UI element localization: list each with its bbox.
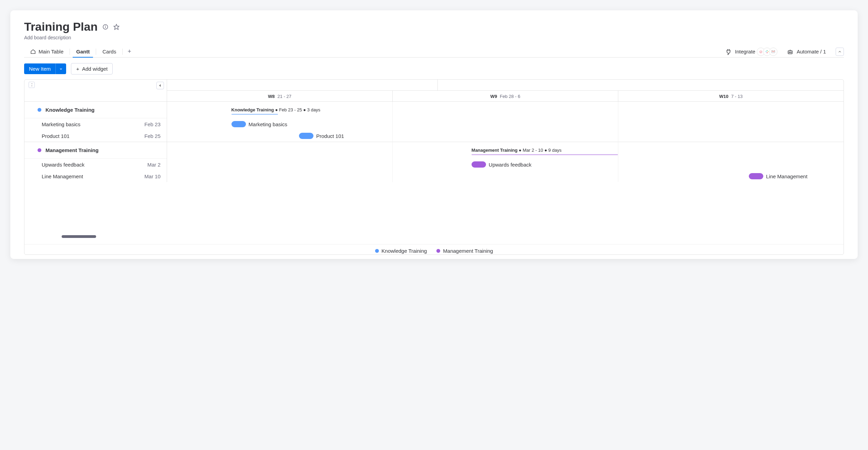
plus-icon: + (76, 66, 79, 72)
gantt-task-bar[interactable]: Upwards feedback (472, 161, 531, 168)
add-view-button[interactable]: + (123, 48, 136, 55)
task-row[interactable]: Product 101 Feb 25 (24, 130, 167, 142)
tab-gantt[interactable]: Gantt (70, 46, 96, 57)
group-header[interactable]: Knowledge Training (24, 102, 167, 118)
gantt-header: ⌄⌄ W8 21 - 27 W9 F (24, 80, 844, 102)
tab-gantt-label: Gantt (76, 49, 90, 54)
tab-cards-label: Cards (102, 49, 116, 54)
star-icon[interactable] (113, 24, 120, 30)
toolbar: New Item + Add widget (24, 63, 844, 74)
integrate-button[interactable]: Integrate ☺ (725, 48, 777, 56)
gantt-body: Knowledge Training Marketing basics Feb … (24, 102, 844, 182)
svg-rect-6 (768, 51, 768, 52)
legend-color-dot (375, 249, 379, 253)
group-summary-bar[interactable]: Knowledge Training ● Feb 23 - 25 ● 3 day… (231, 107, 320, 113)
task-date: Mar 2 (147, 162, 161, 168)
task-name: Upwards feedback (42, 162, 84, 168)
integrate-label: Integrate (735, 49, 755, 54)
timeline-week-header[interactable]: W10 7 - 13 (618, 91, 844, 102)
gantt-task-bar[interactable]: Line Management (749, 173, 807, 180)
view-tabs: Main Table Gantt Cards + Integrate (24, 46, 844, 58)
info-icon[interactable] (102, 24, 108, 30)
tab-main-table-label: Main Table (39, 49, 63, 54)
svg-point-11 (790, 52, 791, 52)
timeline-body[interactable]: Knowledge Training ● Feb 23 - 25 ● 3 day… (167, 102, 844, 182)
gmail-icon (769, 48, 777, 56)
expand-collapse-all-button[interactable]: ⌄⌄ (29, 82, 35, 88)
side-panel-header: ⌄⌄ (24, 80, 167, 101)
group-color-dot (38, 108, 41, 112)
svg-point-1 (105, 26, 106, 26)
task-name: Marketing basics (42, 121, 81, 127)
integration-icons: ☺ (759, 48, 777, 56)
new-item-button[interactable]: New Item (24, 63, 66, 74)
svg-point-10 (789, 52, 790, 52)
board-title[interactable]: Training Plan (24, 20, 97, 33)
svg-rect-4 (766, 51, 766, 52)
svg-rect-9 (788, 51, 792, 54)
task-date: Mar 10 (144, 173, 161, 179)
side-panel: Knowledge Training Marketing basics Feb … (24, 102, 167, 182)
gantt-legend: Knowledge Training Management Training (24, 244, 844, 254)
add-widget-button[interactable]: + Add widget (71, 63, 113, 74)
title-row: Training Plan (24, 20, 844, 33)
horizontal-scrollbar[interactable] (62, 235, 96, 238)
group-header[interactable]: Management Training (24, 142, 167, 159)
tab-main-table[interactable]: Main Table (24, 46, 70, 57)
board-container: Training Plan Add board description Main… (10, 10, 858, 259)
gantt-task-bar[interactable]: Marketing basics (231, 121, 288, 128)
group-block: Knowledge Training Marketing basics Feb … (24, 102, 167, 142)
task-row[interactable]: Marketing basics Feb 23 (24, 118, 167, 130)
legend-item[interactable]: Knowledge Training (375, 248, 427, 254)
board-description[interactable]: Add board description (24, 35, 844, 40)
task-date: Feb 23 (144, 121, 161, 127)
tab-cards[interactable]: Cards (96, 46, 122, 57)
task-row[interactable]: Line Management Mar 10 (24, 170, 167, 182)
task-name: Line Management (42, 173, 83, 179)
gantt-task-bar[interactable]: Product 101 (299, 132, 344, 139)
timeline-week-header[interactable]: W8 21 - 27 (167, 91, 393, 102)
group-summary-bar[interactable]: Management Training ● Mar 2 - 10 ● 9 day… (472, 147, 561, 154)
group-block: Management Training Upwards feedback Mar… (24, 142, 167, 182)
new-item-dropdown[interactable] (55, 63, 66, 74)
collapse-header-button[interactable] (836, 48, 844, 56)
automate-label: Automate / 1 (797, 49, 826, 54)
svg-marker-3 (114, 24, 119, 29)
svg-rect-5 (767, 50, 767, 51)
collapse-side-panel-button[interactable] (156, 82, 164, 89)
legend-color-dot (436, 249, 440, 253)
timeline-week-header[interactable]: W9 Feb 28 - 6 (393, 91, 618, 102)
add-widget-label: Add widget (82, 66, 107, 72)
gantt-widget: ⌄⌄ W8 21 - 27 W9 F (24, 79, 844, 255)
task-row[interactable]: Upwards feedback Mar 2 (24, 159, 167, 170)
group-color-dot (38, 148, 41, 152)
automate-button[interactable]: Automate / 1 (787, 49, 826, 55)
new-item-label: New Item (24, 63, 55, 74)
task-date: Feb 25 (144, 133, 161, 139)
svg-rect-7 (767, 52, 767, 53)
task-name: Product 101 (42, 133, 70, 139)
legend-item[interactable]: Management Training (436, 248, 493, 254)
